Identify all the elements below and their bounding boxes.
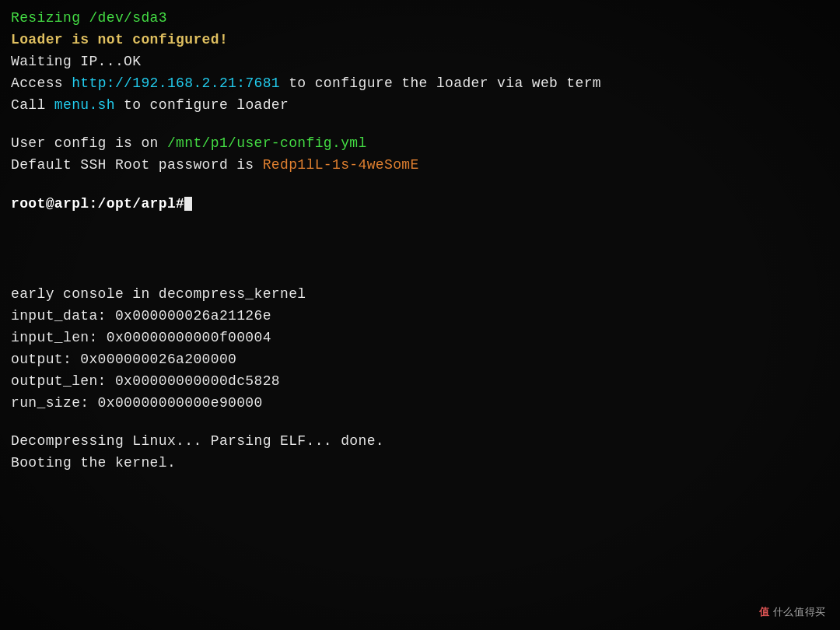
watermark: 值 什么值得买 [759,605,826,619]
terminal-line-early-console: early console in decompress_kernel [11,284,829,306]
terminal-line-prompt: root@arpl:/opt/arpl# [11,194,829,215]
terminal-line-ssh-password: Default SSH Root password is Redp1lL-1s-… [11,155,829,177]
terminal-line-user-config: User config is on /mnt/p1/user-config.ym… [11,133,829,155]
terminal-line-waiting-ip: Waiting IP...OK [11,51,829,73]
terminal-text-part: to configure the loader via web term [280,75,601,91]
terminal-text-part: Redp1lL-1s-4weSomE [263,157,419,173]
terminal-output: Resizing /dev/sda3Loader is not configur… [11,8,829,474]
terminal-text-part: Default SSH Root password is [11,157,263,173]
terminal-screen: Resizing /dev/sda3Loader is not configur… [0,0,840,630]
terminal-line-resizing: Resizing /dev/sda3 [11,8,829,30]
terminal-line-loader-warn: Loader is not configured! [11,30,829,51]
terminal-gap-12 [11,250,829,267]
terminal-line-access-line: Access http://192.168.2.21:7681 to confi… [11,73,829,95]
terminal-text-part: /mnt/p1/user-config.yml [167,135,367,151]
terminal-line-decompress: Decompressing Linux... Parsing ELF... do… [11,431,829,453]
terminal-text-part: Call [11,97,54,113]
terminal-gap-8 [11,177,829,194]
terminal-gap-20 [11,414,829,431]
terminal-gap-5 [11,116,829,133]
terminal-text-part: http://192.168.2.21:7681 [72,75,280,91]
terminal-text-part: Access [11,75,72,91]
terminal-text-part: User config is on [11,135,167,151]
terminal-line-output: output: 0x000000026a200000 [11,349,829,371]
terminal-line-menu-line: Call menu.sh to configure loader [11,95,829,117]
terminal-gap-10 [11,215,829,233]
terminal-line-input-len: input_len: 0x00000000000f00004 [11,327,829,349]
terminal-line-run-size: run_size: 0x00000000000e90000 [11,393,829,415]
terminal-gap-11 [11,233,829,250]
terminal-line-input-data: input_data: 0x000000026a21126e [11,306,829,327]
terminal-line-booting: Booting the kernel. [11,453,829,474]
terminal-cursor [184,197,192,211]
terminal-gap-13 [11,267,829,284]
terminal-line-output-len: output_len: 0x00000000000dc5828 [11,371,829,393]
terminal-text-part: menu.sh [54,97,115,113]
terminal-text-part: to configure loader [115,97,289,113]
